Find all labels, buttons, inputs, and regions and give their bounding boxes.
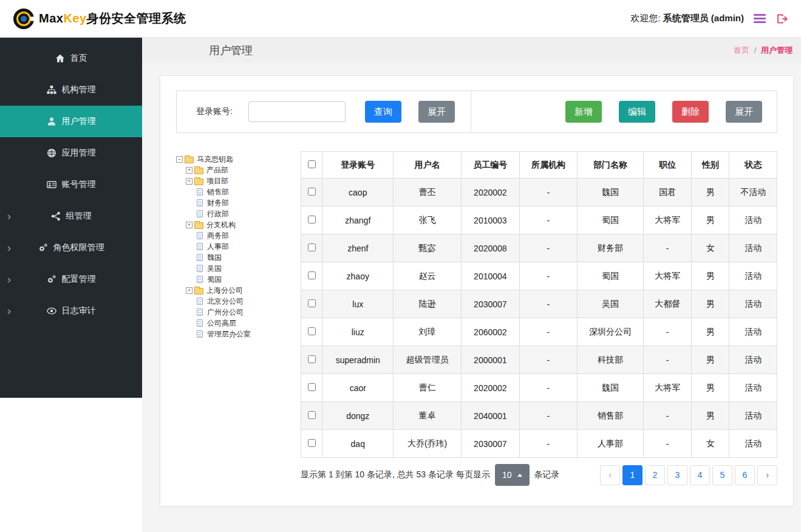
folder-icon (194, 222, 203, 229)
expand-actions-button[interactable]: 展开 (726, 101, 762, 123)
record-summary: 显示第 1 到第 10 条记录, 总共 53 条记录 每页显示 (301, 469, 490, 480)
tree-node[interactable]: 人事部 (176, 241, 291, 252)
tree-node[interactable]: 商务部 (176, 230, 291, 241)
row-checkbox-cell (301, 402, 322, 430)
sidebar-item-org[interactable]: 机构管理 (0, 74, 142, 106)
row-checkbox[interactable] (308, 188, 316, 196)
column-header: 性别 (692, 152, 729, 179)
next-page-button[interactable]: › (757, 465, 777, 485)
edit-button[interactable]: 编辑 (619, 101, 655, 123)
menu-toggle-icon[interactable] (754, 14, 766, 23)
sidebar-item-group[interactable]: ›组管理 (0, 200, 142, 232)
sidebar-item-audit[interactable]: ›日志审计 (0, 295, 142, 327)
tree-node[interactable]: 魏国 (176, 252, 291, 263)
row-checkbox[interactable] (308, 383, 316, 391)
row-checkbox[interactable] (308, 271, 316, 279)
table-cell: - (644, 318, 692, 346)
table-footer: 显示第 1 到第 10 条记录, 总共 53 条记录 每页显示 10 条记录 ‹… (301, 464, 777, 486)
row-checkbox[interactable] (308, 299, 316, 307)
select-all-checkbox[interactable] (308, 160, 316, 168)
tree-node[interactable]: 财务部 (176, 197, 291, 208)
tree-node-label: 广州分公司 (206, 307, 245, 318)
expand-icon[interactable]: + (186, 222, 193, 228)
login-account-input[interactable] (248, 101, 346, 122)
tree-node[interactable]: −马克思钥匙 (176, 154, 291, 165)
page-button-5[interactable]: 5 (712, 465, 732, 485)
tree-node[interactable]: 公司高层 (176, 318, 291, 329)
table-cell: lux (322, 290, 394, 318)
table-cell: 销售部 (577, 402, 643, 430)
table-cell: 2060002 (461, 318, 519, 346)
breadcrumb-home-link[interactable]: 首页 (734, 46, 749, 55)
prev-page-button[interactable]: ‹ (600, 465, 620, 485)
table-cell: 2030007 (461, 430, 519, 458)
row-checkbox[interactable] (308, 439, 316, 447)
table-cell: caor (322, 374, 394, 402)
row-checkbox[interactable] (308, 327, 316, 335)
sidebar-item-home[interactable]: 首页 (0, 43, 142, 74)
tree-node[interactable]: 蜀国 (176, 274, 291, 285)
share-icon (51, 211, 61, 221)
page-button-2[interactable]: 2 (645, 465, 665, 485)
page-title: 用户管理 (209, 43, 253, 58)
table-cell: 魏国 (577, 179, 643, 206)
sidebar-item-user[interactable]: 用户管理 (0, 106, 142, 137)
tree-node[interactable]: +项目部 (176, 176, 291, 186)
row-checkbox[interactable] (308, 355, 316, 363)
logout-icon[interactable] (775, 13, 788, 25)
file-icon (197, 188, 203, 196)
row-checkbox-cell (301, 374, 322, 402)
file-icon (197, 276, 203, 283)
row-checkbox[interactable] (308, 411, 316, 419)
table-row: liuz刘璋2060002-深圳分公司-男活动 (301, 318, 777, 346)
tree-node[interactable]: 销售部 (176, 186, 291, 197)
expand-icon[interactable]: + (186, 178, 193, 185)
table-cell: 人事部 (577, 430, 643, 458)
page-size-select[interactable]: 10 (495, 464, 530, 486)
page-button-3[interactable]: 3 (667, 465, 687, 485)
login-account-label: 登录账号: (196, 106, 233, 117)
folder-icon (194, 179, 203, 185)
table-row: superadmin超级管理员2000001-科技部-男活动 (301, 346, 777, 374)
table-cell: 超级管理员 (394, 346, 461, 374)
collapse-icon[interactable]: − (176, 156, 183, 163)
add-button[interactable]: 新增 (565, 101, 602, 123)
tree-node[interactable]: +分支机构 (176, 219, 291, 230)
column-header: 用户名 (394, 152, 461, 179)
tree-node-label: 行政部 (206, 209, 230, 219)
row-checkbox[interactable] (308, 216, 316, 223)
page-button-1[interactable]: 1 (622, 465, 643, 485)
caret-up-icon (517, 474, 522, 477)
query-button[interactable]: 查询 (365, 101, 401, 123)
column-header: 员工编号 (461, 152, 519, 179)
expand-icon[interactable]: + (186, 287, 193, 294)
table-cell: daq (322, 430, 394, 458)
tree-node[interactable]: +产品部 (176, 165, 291, 176)
tree-node[interactable]: 管理层办公室 (176, 329, 291, 339)
sidebar-item-label: 用户管理 (62, 116, 96, 127)
file-icon (197, 298, 203, 305)
tree-node[interactable]: 吴国 (176, 263, 291, 274)
expand-icon[interactable]: + (186, 167, 193, 174)
tree-node[interactable]: +上海分公司 (176, 285, 291, 296)
tree-node[interactable]: 行政部 (176, 208, 291, 219)
expand-search-button[interactable]: 展开 (418, 101, 455, 123)
sidebar-item-account[interactable]: 账号管理 (0, 169, 142, 200)
page-button-4[interactable]: 4 (690, 465, 710, 485)
sidebar-item-app[interactable]: 应用管理 (0, 137, 142, 169)
page-button-6[interactable]: 6 (735, 465, 755, 485)
table-row: caop曹丕2020002-魏国国君男不活动 (301, 179, 777, 206)
tree-node[interactable]: 北京分公司 (176, 296, 291, 307)
delete-button[interactable]: 删除 (672, 101, 709, 123)
sidebar-item-role[interactable]: ›角色权限管理 (0, 232, 142, 264)
table-cell: 男 (692, 402, 729, 430)
select-all-cell (301, 152, 322, 179)
chevron-right-icon: › (7, 305, 11, 316)
tree-node-label: 蜀国 (206, 275, 223, 285)
row-checkbox[interactable] (308, 244, 316, 251)
sidebar-item-config[interactable]: ›配置管理 (0, 264, 142, 295)
file-icon (197, 265, 203, 272)
table-cell: - (520, 346, 578, 374)
user-management-card: 登录账号: 查询 展开 新增 编辑 删除 展开 −马克思钥匙+产品部+项目部销售… (160, 75, 794, 506)
tree-node[interactable]: 广州分公司 (176, 307, 291, 318)
